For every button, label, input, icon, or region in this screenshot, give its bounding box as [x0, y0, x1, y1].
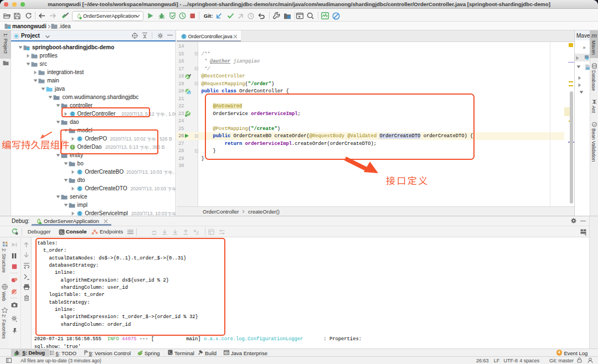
svg-text:C: C: [79, 186, 81, 190]
svg-text:C: C: [182, 34, 185, 38]
svg-text:14: 14: [225, 351, 228, 355]
svg-text:C: C: [79, 170, 81, 174]
svg-text:C: C: [79, 211, 81, 215]
svg-text:m: m: [586, 66, 589, 70]
